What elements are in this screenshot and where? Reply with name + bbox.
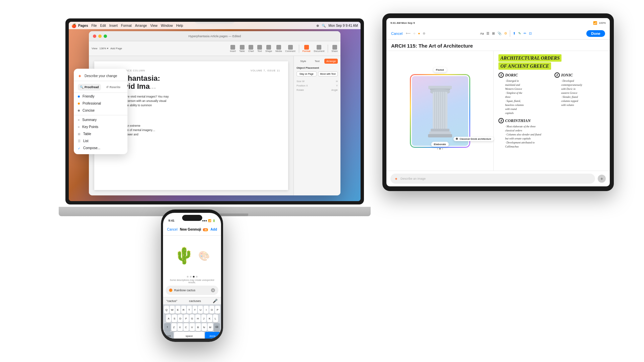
tab-text[interactable]: Text xyxy=(311,59,324,64)
ipad-tool-share[interactable]: ⬆ xyxy=(513,32,516,35)
key-c[interactable]: C xyxy=(183,323,189,331)
move-with-text-button[interactable]: Move with Text xyxy=(318,71,338,76)
key-p[interactable]: P xyxy=(215,306,220,314)
toolbar-view[interactable]: View xyxy=(92,47,97,50)
wt-item-professional[interactable]: Professional xyxy=(74,100,127,107)
key-v[interactable]: V xyxy=(190,323,195,331)
key-u[interactable]: U xyxy=(198,306,203,314)
key-x[interactable]: X xyxy=(177,323,183,331)
maximize-button[interactable] xyxy=(104,35,107,38)
mic-icon[interactable]: 🎤 xyxy=(213,299,218,303)
tab-style[interactable]: Style xyxy=(297,59,310,64)
wt-item-concise[interactable]: Concise xyxy=(74,107,127,114)
menu-view[interactable]: View xyxy=(150,24,158,27)
key-delete[interactable]: ⌫ xyxy=(214,323,220,331)
key-s[interactable]: S xyxy=(172,314,177,322)
describe-add-button[interactable]: + xyxy=(598,175,606,183)
genmoji-add-button[interactable]: Add xyxy=(211,228,217,231)
key-e[interactable]: E xyxy=(175,306,180,314)
menu-window[interactable]: Window xyxy=(161,24,173,27)
wt-item-summary[interactable]: ≡ Summary xyxy=(74,116,127,123)
key-q[interactable]: Q xyxy=(164,306,169,314)
toolbar-table[interactable]: Table xyxy=(239,50,245,52)
ipad-tool-extra[interactable]: ⊡ xyxy=(529,32,532,35)
key-a[interactable]: A xyxy=(166,314,171,322)
toolbar-document[interactable]: Document xyxy=(314,50,324,52)
key-o[interactable]: O xyxy=(209,306,214,314)
ipad-tool-list[interactable]: ☰ xyxy=(486,32,489,35)
ipad-tool-text[interactable]: Aa xyxy=(480,32,484,35)
wt-item-list[interactable]: ☰ List xyxy=(74,137,127,144)
genmoji-cancel-button[interactable]: Cancel xyxy=(167,228,177,231)
iphone-signal-icon: ●●● xyxy=(202,219,207,222)
key-d[interactable]: D xyxy=(178,314,183,322)
toolbar-add-page[interactable]: Add Page xyxy=(110,47,122,50)
key-shift[interactable]: ⇧ xyxy=(164,323,171,331)
tab-arrange[interactable]: Arrange xyxy=(324,59,338,64)
key-b[interactable]: B xyxy=(196,323,201,331)
key-n[interactable]: N xyxy=(202,323,207,331)
toolbar-zoom[interactable]: 136% ▾ xyxy=(99,47,108,50)
ipad-tool-more[interactable]: ✎ xyxy=(518,32,521,35)
wt-tab-proofread[interactable]: 🔍 Proofread xyxy=(78,84,101,90)
wt-item-keypoints[interactable]: ≡ Key Points xyxy=(74,123,127,130)
key-m[interactable]: M xyxy=(208,323,213,331)
key-row-2: A S D F G H J K L xyxy=(164,314,220,322)
key-r[interactable]: R xyxy=(181,306,186,314)
placement-buttons: Stay on Page Move with Text xyxy=(297,71,338,76)
key-i[interactable]: I xyxy=(204,306,209,314)
key-h[interactable]: H xyxy=(195,314,200,322)
toolbar-format[interactable]: Format xyxy=(303,50,311,52)
ipad-done-button[interactable]: Done xyxy=(586,30,605,37)
close-button[interactable] xyxy=(93,35,96,38)
toolbar-share[interactable]: Share xyxy=(331,50,338,52)
menubar-search[interactable]: 🔍 xyxy=(322,24,326,27)
genmoji-clear-button[interactable]: ✕ xyxy=(211,288,215,292)
toolbar-text[interactable]: Text xyxy=(258,50,262,52)
wt-item-table[interactable]: ⊞ Table xyxy=(74,130,127,137)
ipad-tool-lasso[interactable]: ⊕ xyxy=(423,32,425,35)
key-space[interactable]: space xyxy=(174,332,204,339)
menu-insert[interactable]: Insert xyxy=(109,24,118,27)
key-123[interactable]: 123 xyxy=(164,332,173,339)
toolbar-chart[interactable]: Chart xyxy=(248,50,254,52)
ipad-tool-clip[interactable]: 📎 xyxy=(497,32,501,35)
ipad-tool-star[interactable]: ⚙ xyxy=(504,32,507,35)
ipad-cancel-button[interactable]: Cancel xyxy=(391,32,402,36)
key-y[interactable]: Y xyxy=(193,306,198,314)
ipad-tool-2[interactable]: ○ xyxy=(413,32,415,35)
key-g[interactable]: G xyxy=(190,314,195,322)
menu-format[interactable]: Format xyxy=(121,24,132,27)
wt-tab-rewrite[interactable]: ↺ Rewrite xyxy=(103,84,123,90)
menu-pages[interactable]: Pages xyxy=(78,24,88,27)
menu-arrange[interactable]: Arrange xyxy=(135,24,147,27)
suggestion-2[interactable]: cactuses xyxy=(182,299,207,303)
menu-help[interactable]: Help xyxy=(176,24,183,27)
toolbar-insert[interactable]: Insert xyxy=(230,50,236,52)
key-done[interactable]: done xyxy=(205,332,220,339)
ipad-tool-1[interactable]: ⟵ xyxy=(406,32,411,35)
ipad-tool-table[interactable]: ⊞ xyxy=(492,32,495,35)
toolbar-comment[interactable]: Comment xyxy=(285,50,295,52)
toolbar-shape[interactable]: Shape xyxy=(265,50,272,52)
menu-file[interactable]: File xyxy=(91,24,97,27)
describe-input[interactable]: ✦ Describe an image xyxy=(390,174,595,184)
apple-icon[interactable]: 🍎 xyxy=(71,23,75,27)
key-w[interactable]: W xyxy=(170,306,175,314)
genmoji-input-field[interactable]: Rainbow cactus ✕ xyxy=(166,286,218,295)
key-z[interactable]: Z xyxy=(171,323,177,331)
key-k[interactable]: K xyxy=(207,314,212,322)
ipad-tool-pencil[interactable]: ✏ xyxy=(524,32,526,35)
stay-on-page-button[interactable]: Stay on Page xyxy=(297,71,317,76)
wt-item-friendly[interactable]: Friendly xyxy=(74,93,127,100)
toolbar-media[interactable]: Media xyxy=(275,50,282,52)
key-l[interactable]: L xyxy=(213,314,218,322)
key-f[interactable]: F xyxy=(183,314,189,322)
suggestion-1[interactable]: "cactus" xyxy=(166,299,177,303)
menu-edit[interactable]: Edit xyxy=(100,24,106,27)
ipad-tool-3[interactable]: ● xyxy=(418,32,420,35)
key-j[interactable]: J xyxy=(201,314,206,322)
minimize-button[interactable] xyxy=(98,35,102,38)
key-t[interactable]: T xyxy=(187,306,192,314)
wt-item-compose[interactable]: ✓ Compose... xyxy=(74,144,127,152)
